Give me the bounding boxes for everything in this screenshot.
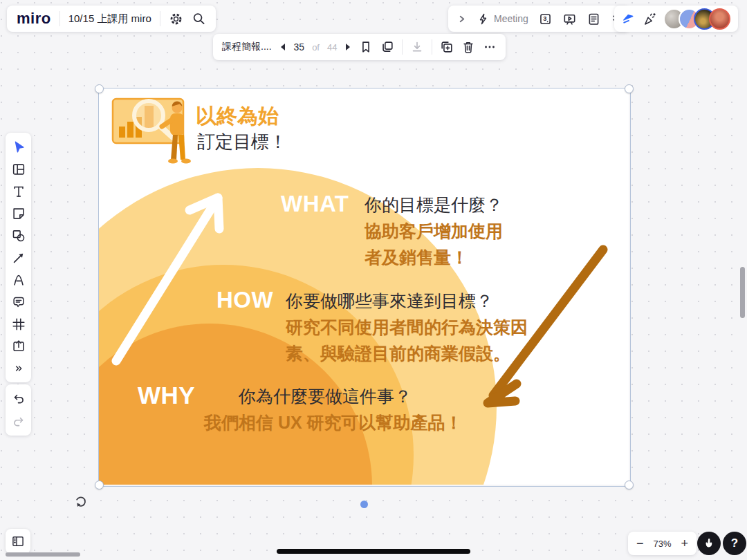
bookmark-icon [359,40,373,54]
templates-tool[interactable] [6,158,31,180]
sticky-note-tool[interactable] [6,203,31,224]
settings-button[interactable] [169,12,183,26]
reactions-button[interactable] [643,12,657,26]
calendar-button[interactable]: 3 [538,12,553,26]
duplicate-icon [440,40,454,54]
divider [402,39,403,55]
pen-tool[interactable] [6,269,31,290]
select-tool[interactable] [6,136,31,158]
shapes-tool[interactable] [6,225,31,246]
redo-button[interactable] [6,411,31,432]
miro-logo[interactable]: miro [17,11,51,26]
notes-icon [587,12,601,26]
notes-button[interactable] [587,12,601,26]
next-page-button[interactable] [344,43,351,51]
lightning-icon [477,12,490,26]
frame-icon [11,317,26,332]
creation-toolbar [6,133,31,382]
present-icon [562,12,577,26]
laser-pointer-button[interactable] [622,12,636,26]
board-title[interactable]: 10/15 上課用 miro [68,12,151,26]
avatar-current-user[interactable] [709,8,730,30]
meeting-button[interactable]: Meeting [477,12,528,26]
text-tool[interactable] [6,180,31,202]
page-of-label: of [312,42,320,53]
zoom-level[interactable]: 73% [654,539,672,549]
divider [432,39,432,55]
page-total: 44 [327,42,337,53]
what-question: 你的目標是什麼？ [365,196,503,214]
pages-button[interactable] [380,40,394,54]
why-question: 你為什麼要做這件事？ [239,388,412,405]
text-icon [11,184,26,199]
app-header: miro 10/15 上課用 miro [7,6,216,32]
more-tools[interactable] [6,357,31,379]
templates-icon [11,162,26,177]
vertical-scrollbar[interactable] [740,267,745,318]
resize-handle-top-left[interactable] [95,84,104,93]
section-label-what: WHAT [281,192,349,215]
laser-pointer-icon [622,12,636,26]
select-icon [11,140,26,155]
connection-line-tool[interactable] [6,247,31,268]
slide-subtitle: 訂定目標！ [197,130,287,154]
why-answer-line1: 我們相信 UX 研究可以幫助產品！ [204,414,463,431]
more-tools-icon [12,362,25,375]
more-icon [483,40,497,54]
how-answer-line2: 素、與驗證目前的商業假設。 [286,345,510,362]
follow-mode-button[interactable] [697,532,721,555]
download-icon [410,40,424,54]
frames-panel-button[interactable] [6,529,30,554]
redo-icon [12,415,26,429]
pages-icon [380,40,394,54]
present-button[interactable] [562,12,577,26]
undo-icon [12,392,26,406]
rotate-icon[interactable] [72,494,89,510]
delete-button[interactable] [461,40,475,54]
calendar-icon: 3 [538,12,553,26]
confetti-icon [643,12,657,26]
history-toolbar [6,384,31,436]
next-page-icon [344,43,351,51]
avatar-stack [663,8,730,30]
undo-button[interactable] [6,388,31,409]
divider [59,11,60,26]
zoom-out-button[interactable]: − [636,537,644,550]
resize-handle-bottom-left[interactable] [95,480,104,489]
help-button[interactable]: ? [723,532,746,555]
gear-icon [169,12,183,26]
help-label: ? [731,536,738,550]
svg-text:3: 3 [543,15,546,22]
prev-page-button[interactable] [279,43,286,51]
white-up-arrow [116,198,219,361]
resize-handle-bottom-right[interactable] [625,480,634,489]
frame-name[interactable]: 課程簡報.... [222,41,272,53]
upload-icon [11,339,26,354]
divider [160,11,160,26]
duplicate-button[interactable] [440,40,454,54]
slide-frame[interactable]: 以終為始 訂定目標！ WHAT 你的目標是什麼？ 協助客戶增加使用 者及銷售量！… [99,88,629,485]
resize-handle-top-right[interactable] [625,84,634,93]
research-illustration [109,92,202,171]
zoom-in-button[interactable]: + [681,537,689,550]
bookmark-button[interactable] [359,40,373,54]
frame-tool[interactable] [6,313,31,335]
search-button[interactable] [192,12,206,26]
zoom-controls: − 73% + [628,532,697,555]
how-question: 你要做哪些事來達到目標？ [286,292,493,310]
comment-icon [11,295,26,310]
slide-title: 以終為始 [196,102,279,131]
pen-icon [11,272,26,288]
upload-tool[interactable] [6,335,31,357]
what-answer-line2: 者及銷售量！ [365,249,468,266]
section-label-why: WHY [138,383,195,407]
comment-tool[interactable] [6,291,31,312]
horizontal-scrollbar[interactable] [6,552,80,557]
frames-panel-icon [11,534,25,548]
more-options-button[interactable] [483,40,497,54]
collapse-toolbar-button[interactable] [456,14,467,24]
section-label-how: HOW [216,288,273,311]
page-current: 35 [294,41,305,53]
miro-board-app: { "header": { "logo": "miro", "board_tit… [0,0,747,560]
download-button[interactable] [410,40,424,54]
